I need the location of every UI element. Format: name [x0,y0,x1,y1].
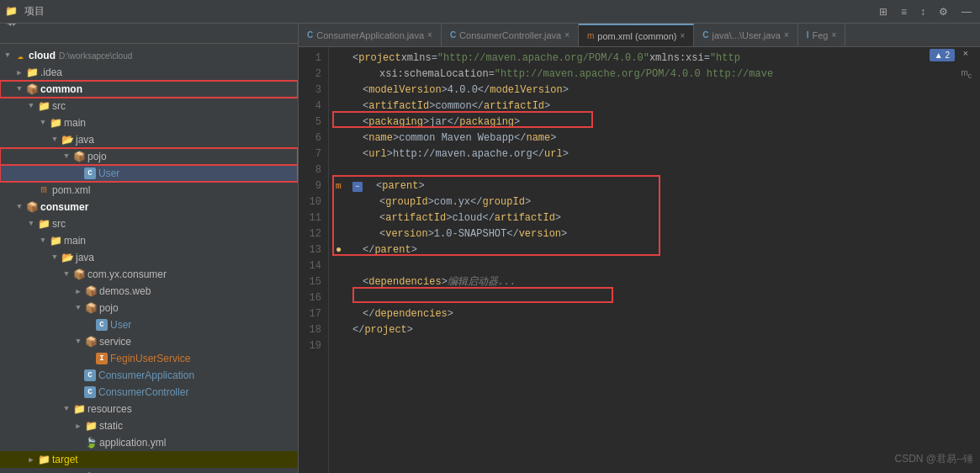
arrow-src2: ▼ [25,220,37,228]
tab-close-user-java[interactable]: × [784,30,789,40]
code-line-2: xsi:schemaLocation="http://maven.apache.… [336,66,980,82]
toolbar-btn-minimize[interactable]: — [958,4,975,19]
tree-item-consapp[interactable]: ▶ C ConsumerApplication [0,367,298,384]
cloud-path: D:\worksapce\cloud [59,51,132,61]
tree-item-static[interactable]: ▶ 📁 static [0,417,298,434]
tree-label-main2: main [64,235,86,247]
tab-feg[interactable]: I Feg × [798,24,846,46]
folder-icon-src1: 📁 [37,100,50,113]
tree-item-pom1[interactable]: ▶ m pom.xml [0,182,298,199]
tree-item-idea[interactable]: ▶ 📁 .idea [0,64,298,81]
class-icon-user2: C [96,319,108,331]
folder-icon-java1: 📂 [61,134,74,146]
tab-consumer-application[interactable]: C ConsumerApplication.java × [299,24,442,46]
tab-close-consumer-controller[interactable]: × [564,30,569,40]
arrow-main2: ▼ [37,236,49,245]
tab-label-feg: Feg [813,30,829,40]
code-line-18: </project> [336,322,980,338]
tab-label-pom-xml: pom.xml (common) [597,31,676,41]
tree-label-java1: java [76,134,94,146]
tree-item-consumer[interactable]: ▼ 📦 consumer [0,199,298,215]
fold-btn-parent[interactable]: − [352,182,363,192]
code-line-7: <url>http://maven.apache.org</url> [336,146,980,162]
tree-item-user1[interactable]: ▶ C User [0,165,298,182]
interface-icon-feign: I [96,353,108,364]
tree-item-comyx[interactable]: ▼ 📦 com.yx.consumer [0,266,298,283]
toolbar: 📁 项目 ⊞ ≡ ↕ ⚙ — [0,0,980,24]
tree-item-main2[interactable]: ▼ 📁 main [0,232,298,249]
code-line-11: <artifactId>cloud</artifactId> [336,210,980,226]
tab-pom-xml[interactable]: m pom.xml (common) × [579,24,694,46]
code-line-8 [336,162,980,178]
arrow-pojo2: ▼ [72,304,84,312]
code-line-13: ● </parent> [336,242,980,258]
tree-item-consctrl[interactable]: ▶ C ConsumerController [0,384,298,401]
scroll-hint: mc [961,65,972,84]
tree-label-feign: FeginUserService [110,353,190,364]
toolbar-btn-sort[interactable]: ↕ [917,4,929,19]
main-area: 结构 ▼ ☁ cloud D:\worksapce\cloud ▶ 📁 .ide… [0,24,980,473]
arrow-comyx: ▼ [61,270,72,279]
tree-item-src1[interactable]: ▼ 📁 src [0,98,298,114]
arrow-service: ▼ [72,337,84,346]
folder-icon-main1: 📁 [49,117,62,130]
tree-item-java1[interactable]: ▼ 📂 java [0,131,298,148]
code-line-16 [336,290,980,306]
tree-item-cloud[interactable]: ▼ ☁ cloud D:\worksapce\cloud [0,47,298,64]
tree-label-target: target [52,454,78,465]
code-view: 1 2 3 4 5 6 7 8 9 10 11 12 13 14 15 16 1… [299,47,980,473]
tree-item-common[interactable]: ▼ 📦 common [0,81,298,98]
class-icon-consapp: C [84,369,96,381]
tooltip-close[interactable]: × [962,49,968,59]
toolbar-btn-layout[interactable]: ⊞ [876,4,891,19]
code-content: <project xmlns="http://maven.apache.org/… [329,47,980,358]
tree-item-java2[interactable]: ▼ 📂 java [0,249,298,266]
arrow-target: ▶ [25,455,37,465]
tab-label-consumer-application: ConsumerApplication.java [316,30,424,40]
tree-label-appyml: application.yml [99,437,166,449]
sidebar: 结构 ▼ ☁ cloud D:\worksapce\cloud ▶ 📁 .ide… [0,24,299,473]
tree-item-target[interactable]: ▶ 📁 target [0,451,298,468]
package-icon-pojo2: 📦 [84,302,98,315]
folder-icon-resources: 📁 [72,403,86,416]
tab-close-pom-xml[interactable]: × [680,31,685,40]
tree-item-src2[interactable]: ▼ 📁 src [0,215,298,232]
arrow-resources: ▼ [61,405,72,413]
tooltip-overlay: ▲ 2 [930,49,955,61]
tree-item-user2[interactable]: ▶ C User [0,316,298,333]
tree-item-resources[interactable]: ▼ 📁 resources [0,401,298,417]
arrow-pojo1: ▼ [61,152,72,161]
tree-item-pojo1[interactable]: ▼ 📦 pojo [0,148,298,165]
class-icon-consctrl: C [84,386,96,398]
yml-icon-appyml: 🍃 [84,437,98,449]
tree-label-resources: resources [87,403,132,415]
tree-item-demos[interactable]: ▶ 📦 demos.web [0,283,298,300]
tree-label-main1: main [64,117,86,129]
toolbar-btn-list[interactable]: ≡ [898,4,910,19]
package-icon-demos: 📦 [84,285,98,298]
tree-item-pojo2[interactable]: ▼ 📦 pojo [0,300,298,316]
tab-consumer-controller[interactable]: C ConsumerController.java × [442,24,579,46]
watermark: CSDN @君易--锤 [894,452,973,466]
tree-item-pom2[interactable]: ▶ m pom.xml [0,468,298,473]
package-icon-pojo1: 📦 [72,151,86,163]
tree-item-appyml[interactable]: ▶ 🍃 application.yml [0,434,298,451]
tab-close-consumer-application[interactable]: × [427,30,432,40]
tree-label-cloud: cloud [29,50,56,61]
tree-item-feign[interactable]: ▶ I FeginUserService [0,350,298,367]
folder-icon-static: 📁 [84,420,98,433]
tree-label-src2: src [52,218,66,230]
tree-label-user2: User [110,319,131,331]
tree-item-service[interactable]: ▼ 📦 service [0,333,298,350]
tree-item-main1[interactable]: ▼ 📁 main [0,114,298,131]
tab-user-java[interactable]: C java\...\User.java × [694,24,797,46]
folder-icon-java2: 📂 [61,252,74,264]
code-line-10: <groupId>com.yx</groupId> [336,194,980,210]
module-icon-consumer: 📦 [25,201,39,214]
code-line-6: <name>common Maven Webapp</name> [336,130,980,146]
toolbar-btn-settings[interactable]: ⚙ [935,4,951,19]
tab-close-feg[interactable]: × [831,30,836,40]
module-icon-common: 📦 [25,83,39,96]
sidebar-header: 结构 [0,24,298,44]
code-line-5: <packaging>jar</packaging> [336,114,980,130]
